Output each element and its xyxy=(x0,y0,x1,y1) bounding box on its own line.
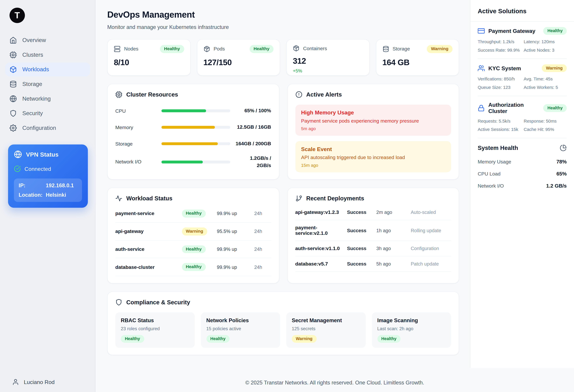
footer-copyright: © 2025 Transtar Networks. All rights res… xyxy=(96,373,574,392)
nav-item-label: Overview xyxy=(22,37,46,43)
deployment-name: auth-service:v1.1.0 xyxy=(295,246,344,251)
progress-fill xyxy=(161,142,218,145)
compliance-title: Network Policies xyxy=(206,317,274,323)
solution-metric: Response: 50ms xyxy=(524,119,567,124)
resource-value: 65% / 100% xyxy=(235,107,271,114)
deployment-kind: Configuration xyxy=(411,246,451,251)
left-sidebar: T Overview Clusters Workloads xyxy=(0,0,96,392)
nav-item-label: Networking xyxy=(22,95,51,102)
solution-metric: Avg. Time: 45s xyxy=(524,77,567,82)
deployment-kind: Rolling update xyxy=(411,228,451,233)
solution-metric: Queue Size: 123 xyxy=(478,85,521,90)
progress-bar xyxy=(161,142,230,145)
workload-name: database-cluster xyxy=(115,264,178,270)
stat-card: Containers 312 +5% xyxy=(286,39,369,76)
alert-item: High Memory Usage Payment service pods e… xyxy=(295,105,451,136)
system-health-title: System Health xyxy=(478,145,518,151)
nav-icon xyxy=(9,66,17,73)
solution-metric: Active Workers: 5 xyxy=(524,85,567,90)
stat-value: 164 GB xyxy=(382,58,452,67)
stat-icon xyxy=(203,46,210,52)
vpn-location-label: Location: xyxy=(19,192,46,198)
solution-item: Payment Gateway Healthy Throughput: 1.2k… xyxy=(478,21,567,59)
solution-metric: Verifications: 850/h xyxy=(478,77,521,82)
shield-icon xyxy=(115,299,122,306)
nav-item[interactable]: Security xyxy=(5,106,90,120)
check-circle-icon xyxy=(14,165,21,172)
vpn-ip-value: 192.168.0.1 xyxy=(46,183,77,188)
health-row: CPU Load 65% xyxy=(478,171,567,177)
stat-card: Pods Healthy 127/150 xyxy=(197,39,280,76)
status-badge: Healthy xyxy=(250,45,273,53)
system-health-panel: System Health Memory Usage 78% CPU Load xyxy=(478,138,567,189)
solution-item: KYC System Warning Verifications: 850/h … xyxy=(478,59,567,96)
compliance-subtitle: 125 secrets xyxy=(292,326,360,331)
vpn-connection-status: Connected xyxy=(25,166,51,172)
compliance-card: Secret Management 125 secrets Warning xyxy=(286,313,366,348)
status-badge: Warning xyxy=(182,227,207,235)
progress-bar xyxy=(161,126,230,129)
stat-label: Containers xyxy=(303,45,327,51)
activity-icon xyxy=(115,195,122,202)
nav-item[interactable]: Overview xyxy=(5,33,90,47)
deployment-time: 2m ago xyxy=(376,209,407,215)
solution-name: KYC System xyxy=(488,65,521,72)
progress-fill xyxy=(161,109,206,112)
deployment-name: payment-service:v2.1.0 xyxy=(295,225,344,236)
deployment-row: auth-service:v1.1.0 Success 3h ago Confi… xyxy=(295,241,451,257)
stat-icon xyxy=(114,46,120,52)
health-label: Memory Usage xyxy=(478,159,511,165)
status-badge: Healthy xyxy=(206,335,229,343)
solution-item: Authorization Cluster Healthy Requests: … xyxy=(478,96,567,138)
compliance-card: Network Policies 15 policies active Heal… xyxy=(201,313,280,348)
status-badge: Warning xyxy=(427,45,452,53)
solution-metric: Success Rate: 99.9% xyxy=(478,48,521,53)
resource-label: Network I/O xyxy=(115,159,156,165)
user-icon xyxy=(12,378,19,385)
page-subtitle: Monitor and manage your Kubernetes infra… xyxy=(107,24,459,30)
git-branch-icon xyxy=(295,195,302,202)
nav-item[interactable]: Clusters xyxy=(5,48,90,62)
solution-metric: Throughput: 1.2k/s xyxy=(478,39,521,44)
health-value: 78% xyxy=(556,159,567,165)
progress-fill xyxy=(161,126,215,129)
progress-bar xyxy=(161,109,230,112)
compliance-title: RBAC Status xyxy=(121,317,189,323)
workload-uptime: 95.5% up xyxy=(217,229,250,234)
alert-message: Payment service pods experiencing memory… xyxy=(301,118,445,124)
solution-icon xyxy=(478,27,485,35)
deployment-time: 3h ago xyxy=(376,246,407,251)
pie-chart-icon xyxy=(560,145,567,152)
brand-logo[interactable]: T xyxy=(9,8,25,23)
nav-item[interactable]: Storage xyxy=(5,77,90,91)
vpn-status-card: VPN Status Connected IP: 192.168.0.1 Loc… xyxy=(8,145,88,208)
nav-icon xyxy=(9,80,17,88)
nav-icon xyxy=(9,110,17,117)
nav-item-label: Storage xyxy=(22,81,42,87)
nav-item[interactable]: Configuration xyxy=(5,121,90,135)
nav-item[interactable]: Workloads xyxy=(5,62,90,76)
status-badge: Healthy xyxy=(377,335,401,343)
vpn-location-value: Helsinki xyxy=(46,192,77,198)
compliance-subtitle: 15 policies active xyxy=(206,326,274,331)
solution-icon xyxy=(478,65,485,72)
vpn-ip-label: IP: xyxy=(19,183,46,188)
user-profile[interactable]: Luciano Rod xyxy=(12,378,55,385)
main-nav: Overview Clusters Workloads Storage xyxy=(0,33,95,135)
vpn-title: VPN Status xyxy=(26,151,59,158)
alert-message: API autoscaling triggered due to increas… xyxy=(301,155,445,160)
solution-metric: Cache Hit: 95% xyxy=(524,127,567,132)
status-badge: Warning xyxy=(292,335,317,343)
workload-name: api-gateway xyxy=(115,229,178,234)
stat-delta: +5% xyxy=(293,68,363,74)
alert-circle-icon xyxy=(295,91,302,98)
workload-status-panel: Workload Status payment-service Healthy … xyxy=(107,187,279,283)
health-value: 1.2 GB/s xyxy=(546,183,567,189)
stat-icon xyxy=(382,46,389,52)
stat-card: Storage Warning 164 GB xyxy=(376,39,459,76)
deployment-status: Success xyxy=(347,246,373,251)
workload-window: 24h xyxy=(254,229,271,234)
nav-item[interactable]: Networking xyxy=(5,92,90,106)
status-badge: Warning xyxy=(542,64,567,72)
globe-icon xyxy=(14,150,22,158)
